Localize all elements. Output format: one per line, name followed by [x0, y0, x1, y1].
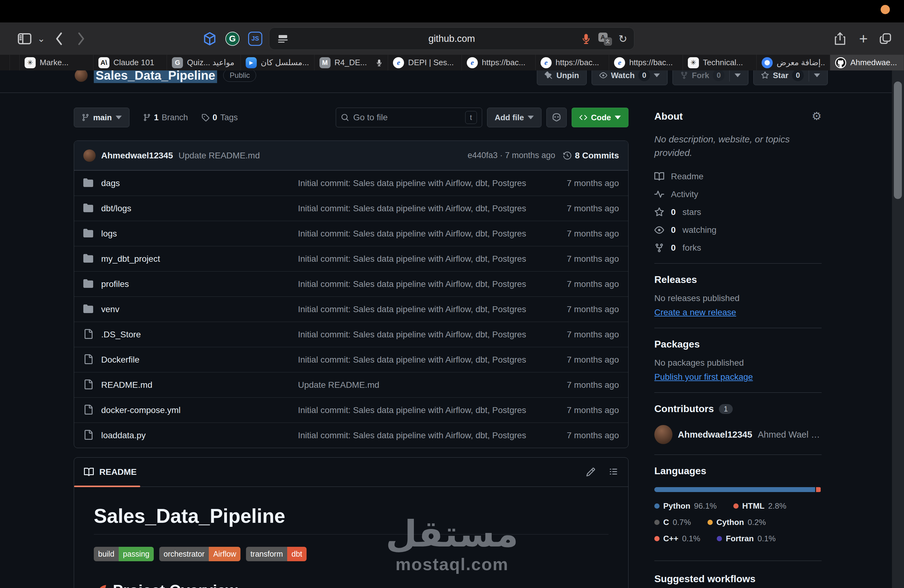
address-bar[interactable]: github.com A 文 ↻ — [269, 27, 634, 50]
file-row[interactable]: README.md Update README.md 7 months ago — [74, 372, 628, 397]
github-icon — [835, 57, 846, 68]
tab-readme[interactable]: README — [99, 467, 136, 477]
browser-tab[interactable]: e https://bac... — [609, 55, 683, 70]
file-row[interactable]: profiles Initial commit: Sales data pipe… — [74, 271, 628, 296]
back-button[interactable] — [49, 22, 69, 55]
branch-selector[interactable]: main — [74, 107, 130, 127]
releases-title: Releases — [654, 274, 822, 285]
badge-build[interactable]: build passing — [94, 547, 154, 561]
browser-tab[interactable]: e https://bac... — [462, 55, 536, 70]
readme-header: README — [74, 458, 628, 487]
commit-message[interactable]: Update README.md — [179, 151, 260, 161]
file-icon — [83, 379, 93, 389]
outline-list-icon[interactable] — [608, 467, 618, 477]
add-file-button[interactable]: Add file — [487, 107, 542, 127]
copilot-button[interactable] — [547, 107, 567, 127]
microphone-icon[interactable] — [580, 33, 592, 45]
browser-tab-stub[interactable] — [10, 55, 20, 70]
browser-tab[interactable]: ✳ Marke... — [20, 55, 93, 70]
tab-overview-icon[interactable] — [876, 22, 895, 55]
legend-item[interactable]: C 0.7% — [654, 518, 691, 527]
publish-package-link[interactable]: Publish your first package — [654, 372, 753, 382]
avatar[interactable] — [75, 69, 88, 82]
packages-title: Packages — [654, 338, 822, 350]
contributors-count: 1 — [719, 404, 733, 414]
chevron-down-icon — [615, 115, 621, 119]
fork-icon — [654, 243, 664, 253]
sidebar-item-stars[interactable]: 0 stars — [654, 207, 822, 217]
file-row[interactable]: venv Initial commit: Sales data pipeline… — [74, 296, 628, 322]
browser-tab-stub[interactable] — [0, 55, 10, 70]
chatgpt-icon: ✳ — [688, 57, 699, 68]
browser-tab[interactable]: إضافة معرض... — [757, 55, 831, 70]
pencil-icon[interactable] — [586, 467, 596, 477]
file-row[interactable]: loaddata.py Initial commit: Sales data p… — [74, 422, 628, 448]
commit-sha-time[interactable]: e440fa3 · 7 months ago — [468, 151, 555, 160]
star-icon — [654, 207, 664, 217]
search-icon — [341, 114, 349, 122]
share-icon[interactable] — [830, 22, 850, 55]
reload-icon[interactable]: ↻ — [619, 33, 627, 45]
forward-button[interactable] — [71, 22, 91, 55]
sidebar-item-forks[interactable]: 0 forks — [654, 243, 822, 253]
legend-item[interactable]: Cython 0.2% — [708, 518, 766, 527]
tags-link[interactable]: 0 Tags — [201, 113, 238, 122]
browser-tab[interactable]: A\ Claude 101 — [93, 55, 167, 70]
commit-author[interactable]: Ahmedwael12345 — [101, 151, 173, 161]
sidebar-chevron-icon[interactable]: ⌄ — [35, 22, 48, 55]
browser-tab[interactable]: e DEPI | Ses... — [388, 55, 462, 70]
extension-js-icon[interactable]: JS — [246, 22, 264, 55]
watermark-domain: mostaql.com — [384, 554, 520, 574]
legend-item[interactable]: Python 96.1% — [654, 501, 717, 511]
avatar[interactable] — [654, 425, 672, 444]
commits-link[interactable]: 8 Commits — [563, 151, 619, 161]
new-tab-icon[interactable]: + — [853, 22, 873, 55]
translate-icon[interactable]: A 文 — [598, 32, 612, 46]
sidebar-toggle-icon[interactable] — [15, 22, 35, 55]
contributor-row[interactable]: Ahmedwael12345 Ahmed Wael G... — [654, 425, 822, 444]
gear-icon[interactable]: ⚙ — [812, 111, 822, 122]
legend-item[interactable]: C++ 0.1% — [654, 534, 700, 544]
avatar[interactable] — [83, 149, 96, 162]
create-release-link[interactable]: Create a new release — [654, 308, 736, 318]
legend-item[interactable]: Fortran 0.1% — [717, 534, 776, 544]
badge-transform[interactable]: transform dbt — [246, 547, 306, 561]
browser-tab[interactable]: ▶ مسلسل كان... — [241, 55, 315, 70]
sidebar-item-activity[interactable]: Activity — [654, 190, 822, 199]
code-button[interactable]: Code — [572, 107, 629, 127]
file-row[interactable]: logs Initial commit: Sales data pipeline… — [74, 221, 628, 246]
extension-cube-icon[interactable] — [201, 22, 219, 55]
legend-item[interactable]: HTML 2.8% — [733, 501, 786, 511]
browser-tab-active[interactable]: Ahmedwae... — [830, 55, 904, 70]
file-row[interactable]: dags Initial commit: Sales data pipeline… — [74, 171, 628, 196]
browser-tab[interactable]: M R4_DE... — [315, 55, 388, 70]
sidebar-item-readme[interactable]: Readme — [654, 172, 822, 182]
go-to-file-input[interactable]: Go to file t — [336, 107, 482, 127]
suggested-workflows-title: Suggested workflows — [654, 573, 822, 585]
book-icon — [654, 172, 664, 182]
browser-tab[interactable]: e https://bac... — [536, 55, 609, 70]
browser-tab[interactable]: ✳ Technical... — [683, 55, 757, 70]
file-row[interactable]: docker-compose.yml Initial commit: Sales… — [74, 397, 628, 422]
browser-tab[interactable]: G Quiz... مواعيد — [167, 55, 241, 70]
file-row[interactable]: my_dbt_project Initial commit: Sales dat… — [74, 246, 628, 271]
file-row[interactable]: .DS_Store Initial commit: Sales data pip… — [74, 322, 628, 347]
language-dot-icon — [654, 503, 659, 509]
repo-toolbar: main 1 Branch 0 Tags Go to file t — [74, 107, 629, 127]
sidebar-item-watching[interactable]: 0 watching — [654, 225, 822, 235]
scrollbar-track[interactable] — [892, 70, 904, 588]
file-icon — [83, 354, 93, 364]
browser-chrome: ⌄ G JS — [0, 22, 904, 70]
about-description: No description, website, or topics provi… — [654, 133, 822, 159]
eye-icon — [654, 225, 664, 235]
language-bar[interactable] — [654, 487, 822, 492]
url-text[interactable]: github.com — [269, 28, 634, 49]
scrollbar-thumb[interactable] — [894, 82, 902, 199]
file-row[interactable]: dbt/logs Initial commit: Sales data pipe… — [74, 196, 628, 221]
badge-orchestrator[interactable]: orchestrator Airflow — [159, 547, 240, 561]
file-row[interactable]: Dockerfile Initial commit: Sales data pi… — [74, 347, 628, 372]
language-dot-icon — [717, 536, 722, 541]
branches-link[interactable]: 1 Branch — [143, 113, 188, 122]
extension-grammarly-icon[interactable]: G — [223, 22, 242, 55]
code-icon — [579, 114, 587, 122]
